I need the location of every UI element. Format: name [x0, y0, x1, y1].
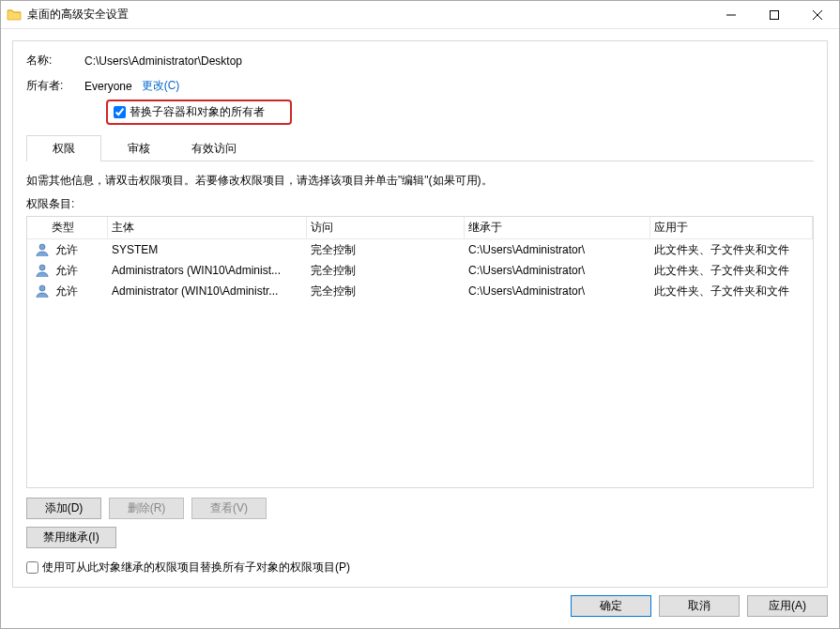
permission-entry[interactable]: 允许SYSTEM完全控制C:\Users\Administrator\此文件夹、… [27, 239, 813, 260]
info-text: 如需其他信息，请双击权限项目。若要修改权限项目，请选择该项目并单击"编辑"(如果… [26, 173, 814, 189]
col-inherited-from[interactable]: 继承于 [465, 217, 650, 238]
permissions-list[interactable]: 类型 主体 访问 继承于 应用于 允许SYSTEM完全控制C:\Users\Ad… [26, 216, 814, 488]
svg-rect-0 [771, 10, 779, 19]
col-applies-to[interactable]: 应用于 [650, 217, 813, 238]
entry-inherited-from: C:\Users\Administrator\ [465, 243, 650, 256]
section-label: 权限条目: [26, 196, 814, 212]
disable-inherit-button[interactable]: 禁用继承(I) [26, 527, 116, 548]
entry-principal: SYSTEM [108, 243, 307, 256]
add-button[interactable]: 添加(D) [26, 498, 101, 519]
replace-child-perms-checkbox[interactable] [26, 561, 38, 574]
owner-row: 所有者: Everyone 更改(C) [26, 78, 814, 94]
col-access[interactable]: 访问 [307, 217, 465, 238]
replace-owner-label: 替换子容器和对象的所有者 [130, 104, 265, 120]
entry-access: 完全控制 [307, 242, 465, 258]
ok-button[interactable]: 确定 [571, 595, 651, 617]
view-button: 查看(V) [191, 498, 267, 519]
entry-principal: Administrator (WIN10\Administr... [108, 284, 307, 298]
replace-owner-checkbox-row[interactable]: 替换子容器和对象的所有者 [106, 100, 292, 125]
replace-child-perms-row[interactable]: 使用可从此对象继承的权限项目替换所有子对象的权限项目(P) [26, 560, 814, 575]
entry-access: 完全控制 [307, 263, 465, 279]
list-header: 类型 主体 访问 继承于 应用于 [27, 217, 813, 239]
owner-label: 所有者: [26, 78, 84, 94]
apply-button[interactable]: 应用(A) [747, 595, 828, 617]
replace-owner-checkbox[interactable] [114, 106, 126, 118]
entry-access: 完全控制 [307, 284, 465, 299]
main-panel: 名称: C:\Users\Administrator\Desktop 所有者: … [12, 40, 828, 588]
entry-inherited-from: C:\Users\Administrator\ [465, 284, 650, 298]
change-owner-link[interactable]: 更改(C) [142, 78, 180, 94]
close-button[interactable] [796, 1, 839, 28]
entry-type: 允许 [27, 242, 108, 258]
replace-child-perms-label: 使用可从此对象继承的权限项目替换所有子对象的权限项目(P) [42, 560, 350, 575]
entry-applies-to: 此文件夹、子文件夹和文件 [650, 242, 813, 258]
entry-applies-to: 此文件夹、子文件夹和文件 [650, 263, 813, 279]
entry-applies-to: 此文件夹、子文件夹和文件 [650, 284, 813, 299]
folder-icon [1, 8, 27, 23]
permission-entry[interactable]: 允许Administrator (WIN10\Administr...完全控制C… [27, 281, 813, 301]
entry-type: 允许 [27, 284, 108, 299]
maximize-button[interactable] [753, 1, 796, 28]
name-value: C:\Users\Administrator\Desktop [84, 54, 242, 68]
dialog-footer: 确定 取消 应用(A) [12, 588, 828, 617]
tab-audit[interactable]: 审核 [101, 135, 176, 161]
entry-principal: Administrators (WIN10\Administ... [108, 264, 307, 277]
entry-type: 允许 [27, 263, 108, 279]
tab-permissions[interactable]: 权限 [26, 135, 101, 161]
window-title: 桌面的高级安全设置 [27, 7, 710, 23]
remove-button: 删除(R) [109, 498, 184, 519]
titlebar: 桌面的高级安全设置 [1, 1, 839, 29]
minimize-button[interactable] [710, 1, 753, 28]
col-principal[interactable]: 主体 [108, 217, 307, 238]
tab-effective[interactable]: 有效访问 [176, 135, 252, 161]
cancel-button[interactable]: 取消 [659, 595, 740, 617]
owner-value: Everyone [84, 80, 132, 93]
permission-entry[interactable]: 允许Administrators (WIN10\Administ...完全控制C… [27, 260, 813, 281]
col-type[interactable]: 类型 [27, 217, 108, 238]
name-label: 名称: [26, 53, 84, 69]
entry-inherited-from: C:\Users\Administrator\ [465, 264, 650, 277]
name-row: 名称: C:\Users\Administrator\Desktop [26, 53, 814, 69]
tabstrip: 权限 审核 有效访问 [26, 134, 814, 161]
